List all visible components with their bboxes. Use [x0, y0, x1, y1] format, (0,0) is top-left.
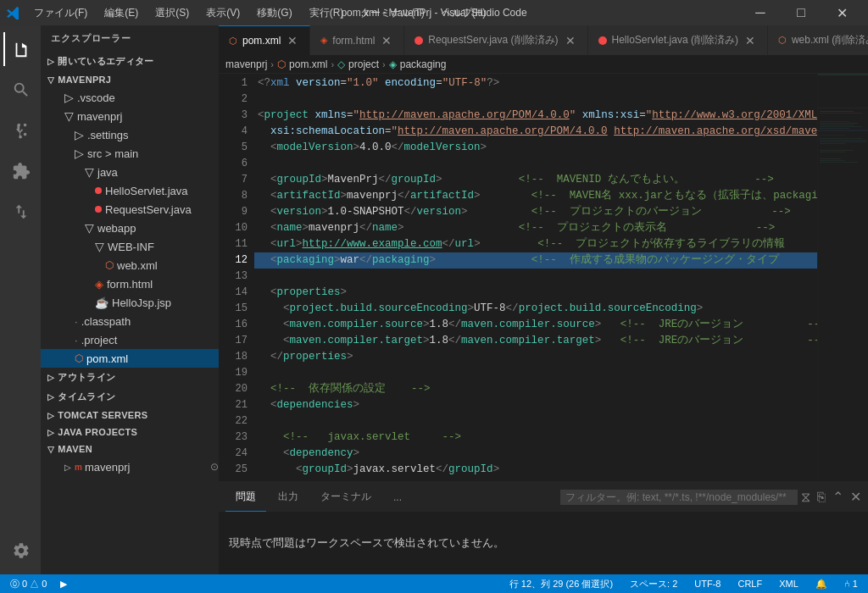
tree-webapp[interactable]: ▽ webapp [41, 219, 219, 237]
git-branch-icon: ⑃ 1 [844, 579, 858, 589]
section-timeline[interactable]: ▷ タイムライン [41, 387, 219, 407]
activity-search[interactable] [3, 73, 37, 107]
status-bar-right: 行 12、列 29 (26 個選択) スペース: 2 UTF-8 CRLF XM… [506, 578, 861, 590]
tab-web-xml[interactable]: ⬡ web.xml (削除済み) ✕ [768, 25, 868, 55]
menu-select[interactable]: 選択(S) [148, 4, 196, 22]
tree-web-xml[interactable]: ⬡ web.xml [41, 256, 219, 274]
status-errors[interactable]: ⓪ 0 △ 0 [7, 578, 50, 590]
breadcrumb-pom-xml[interactable]: pom.xml [289, 58, 327, 70]
tree-hello-jsp[interactable]: ☕ HelloJsp.jsp [41, 293, 219, 312]
maximize-button[interactable]: □ [782, 0, 821, 25]
tree-project[interactable]: · .project [41, 330, 219, 349]
form-html-label: form.html [107, 278, 153, 291]
menu-edit[interactable]: 編集(E) [97, 4, 145, 22]
svg-rect-16 [820, 152, 845, 152]
breadcrumb-mavenprj[interactable]: mavenprj [225, 58, 267, 70]
menu-go[interactable]: 移動(G) [250, 4, 298, 22]
tree-pom-xml[interactable]: ⬡ pom.xml [41, 349, 219, 368]
activity-source-control[interactable] [3, 114, 37, 147]
panel-close-icon[interactable]: ✕ [850, 489, 861, 505]
ln-6: 6 [219, 156, 248, 172]
status-run[interactable]: ▶ [57, 579, 70, 590]
minimize-button[interactable]: ─ [741, 0, 780, 25]
editor-content[interactable]: 1 2 3 4 5 6 7 8 9 10 11 12 13 14 15 16 1… [219, 74, 868, 481]
tree-form-html[interactable]: ◈ form.html [41, 274, 219, 293]
svg-rect-13 [820, 141, 866, 142]
panel-content: 現時点で問題はワークスペースで検出されていません。 [219, 512, 868, 574]
filter-icon[interactable]: ⧖ [801, 490, 810, 505]
tab-hello-servlet-close[interactable]: ✕ [743, 34, 757, 47]
section-maven[interactable]: ▽ MAVEN [41, 441, 219, 457]
svg-rect-12 [820, 140, 866, 141]
main-container: エクスプローラー ▷ 開いているエディター ▽ MAVENPRJ ▷ .vsco… [0, 25, 868, 574]
tab-pom-xml[interactable]: ⬡ pom.xml ✕ [219, 25, 310, 55]
activity-extensions[interactable] [3, 154, 37, 188]
tree-src-main[interactable]: ▷ src > main [41, 144, 219, 163]
tree-web-inf[interactable]: ▽ WEB-INF [41, 237, 219, 256]
activity-test[interactable] [3, 195, 37, 229]
error-indicator [95, 187, 102, 194]
menu-view[interactable]: 表示(V) [199, 4, 247, 22]
code-line-23: <!-- javax.servlet --> [254, 430, 817, 446]
mavenprj-label: MAVENPRJ [58, 75, 111, 85]
status-language[interactable]: XML [776, 579, 802, 589]
tree-mavenprj[interactable]: ▽ mavenprj [41, 107, 219, 125]
status-eol[interactable]: CRLF [734, 579, 765, 589]
code-line-20: <!-- 依存関係の設定 --> [254, 381, 817, 397]
pom-xml-icon: ⬡ [75, 352, 83, 364]
copy-icon[interactable]: ⎘ [817, 490, 826, 505]
tab-pom-xml-close[interactable]: ✕ [286, 34, 299, 47]
breadcrumb-packaging[interactable]: packaging [400, 58, 447, 70]
java-projects-label: JAVA PROJECTS [58, 427, 137, 437]
filter-input[interactable] [560, 490, 798, 505]
section-mavenprj[interactable]: ▽ MAVENPRJ [41, 71, 219, 88]
panel-tab-output[interactable]: 出力 [268, 482, 309, 512]
section-tomcat-servers[interactable]: ▷ TOMCAT SERVERS [41, 407, 219, 424]
tree-request-serv[interactable]: RequestServ.java [41, 200, 219, 219]
status-spaces[interactable]: スペース: 2 [626, 578, 681, 590]
status-git[interactable]: ⑃ 1 [841, 579, 861, 589]
panel-tabs: 問題 出力 ターミナル ... ⧖ ⎘ ⌃ ✕ [219, 482, 868, 512]
status-cursor-position[interactable]: 行 12、列 29 (26 個選択) [506, 578, 616, 590]
project-file-label: .project [81, 334, 118, 346]
tab-form-html-close[interactable]: ✕ [380, 34, 393, 47]
folder-settings-icon: ▷ [75, 128, 84, 141]
tab-request-serv[interactable]: RequestServ.java (削除済み) ✕ [404, 25, 587, 55]
ln-2: 2 [219, 91, 248, 108]
status-encoding[interactable]: UTF-8 [691, 579, 724, 589]
status-bar-left: ⓪ 0 △ 0 ▶ [7, 578, 70, 590]
panel-tab-more[interactable]: ... [383, 482, 412, 512]
close-button[interactable]: ✕ [822, 0, 861, 25]
breadcrumb: mavenprj › ⬡ pom.xml › ◇ project › ◈ pac… [219, 55, 868, 74]
tab-form-html[interactable]: ◈ form.html ✕ [310, 25, 404, 55]
section-outline[interactable]: ▷ アウトライン [41, 368, 219, 387]
tree-classpath[interactable]: · .classpath [41, 312, 219, 330]
panel-tab-terminal[interactable]: ターミナル [310, 482, 381, 512]
menu-file[interactable]: ファイル(F) [27, 4, 94, 22]
panel-tab-actions: ⧖ ⎘ ⌃ ✕ [560, 489, 861, 505]
panel-tab-problems[interactable]: 問題 [225, 482, 266, 512]
collapse-icon[interactable]: ⌃ [832, 489, 843, 505]
tab-hello-servlet[interactable]: HelloServlet.java (削除済み) ✕ [588, 25, 768, 55]
tree-hello-servlet[interactable]: HelloServlet.java [41, 181, 219, 200]
breadcrumb-project[interactable]: project [348, 58, 379, 70]
request-serv-label: RequestServ.java [105, 203, 192, 216]
tree-java[interactable]: ▽ java [41, 163, 219, 181]
code-editor[interactable]: <?xml version="1.0" encoding="UTF-8"?> <… [254, 74, 817, 481]
maven-actions-icon[interactable]: ⊙ [210, 461, 219, 473]
svg-rect-7 [820, 126, 862, 127]
web-inf-label: WEB-INF [108, 241, 154, 253]
status-notifications[interactable]: 🔔 [812, 579, 831, 590]
tab-request-serv-close[interactable]: ✕ [564, 34, 577, 47]
section-open-editors[interactable]: ▷ 開いているエディター [41, 52, 219, 71]
tree-vscode[interactable]: ▷ .vscode [41, 88, 219, 107]
tree-settings[interactable]: ▷ .settings [41, 125, 219, 144]
activity-explorer[interactable] [3, 32, 37, 66]
folder-java-icon: ▽ [85, 165, 94, 179]
activity-settings[interactable] [3, 534, 37, 568]
maven-label: MAVEN [58, 444, 92, 454]
tree-maven-mavenprj[interactable]: ▷ m mavenprj ⊙ [41, 457, 219, 476]
jsp-icon: ☕ [95, 296, 108, 309]
code-line-12: <packaging>war</packaging> <!-- 作成する成果物の… [254, 252, 817, 269]
section-java-projects[interactable]: ▷ JAVA PROJECTS [41, 424, 219, 441]
